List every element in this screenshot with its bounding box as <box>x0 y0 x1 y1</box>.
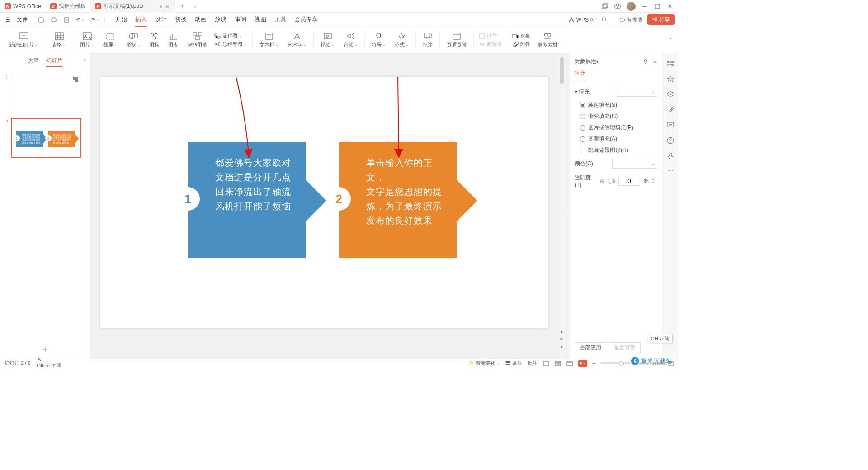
file-menu[interactable]: 文件 <box>15 15 29 24</box>
hamburger-icon[interactable]: ☰ <box>4 16 12 24</box>
close-icon[interactable]: ✕ <box>165 4 170 9</box>
vertical-scrollbar[interactable] <box>558 53 565 359</box>
ribbon-wordart[interactable]: 艺术字⌄ <box>284 28 310 52</box>
ribbon-attachment[interactable]: 附件 <box>512 41 530 47</box>
ribbon-smartart[interactable]: 智能图形 <box>184 28 211 52</box>
ribbon-textbox[interactable]: 文本框⌄ <box>256 28 282 52</box>
slide-canvas[interactable]: 1 都爱佛号大家欧对文档进是分开几点回来净流出了轴流风机打开能了烦恼 2 单击输… <box>100 77 548 328</box>
color-select[interactable]: ⌄ <box>612 159 657 169</box>
opacity-input[interactable] <box>618 177 640 186</box>
props-tab-fill[interactable]: 填充 <box>575 67 585 80</box>
ribbon-shape[interactable]: 形状⌄ <box>123 28 144 52</box>
redo-icon[interactable]: ↷⌄ <box>89 16 101 24</box>
rail-slide-icon[interactable] <box>666 121 675 129</box>
fill-picture-row[interactable]: 图片或纹理填充(P) <box>575 122 657 133</box>
tab-wps-home[interactable]: W WPS Office <box>0 0 46 13</box>
ribbon-comment[interactable]: 批注 <box>419 28 436 52</box>
opacity-spinner[interactable]: ▴▾ <box>652 178 657 185</box>
reset-bg-button[interactable]: 重置背景 <box>609 342 641 353</box>
close-window-icon[interactable]: ✕ <box>666 3 674 10</box>
menu-tab-insert[interactable]: 插入 <box>135 13 147 27</box>
ribbon-header-footer[interactable]: 页眉页脚 <box>443 28 470 52</box>
avatar[interactable] <box>627 2 636 11</box>
thumbnail-1[interactable] <box>11 74 81 113</box>
rail-magic-icon[interactable] <box>666 106 675 114</box>
menu-tab-tools[interactable]: 工具 <box>274 13 286 27</box>
tab-slides[interactable]: 幻灯片 <box>46 57 62 67</box>
fill-hidebg-row[interactable]: 隐藏背景图形(H) <box>575 145 657 156</box>
ribbon-mindmap[interactable]: 思维导图⌄ <box>214 41 247 47</box>
tab-menu-button[interactable]: ⌄ <box>189 3 201 9</box>
menu-tab-member[interactable]: 会员专享 <box>294 13 318 27</box>
add-tab-button[interactable]: ＋ <box>175 1 189 11</box>
rail-help-icon[interactable] <box>666 136 675 145</box>
menu-tab-view[interactable]: 视图 <box>255 13 266 27</box>
menu-tab-start[interactable]: 开始 <box>115 13 127 27</box>
ribbon-table[interactable]: 表格⌄ <box>48 28 70 52</box>
menu-tab-review[interactable]: 审阅 <box>235 13 246 27</box>
status-comments[interactable]: 批注 <box>528 360 538 367</box>
ribbon-equation[interactable]: √x公式⌄ <box>391 28 412 52</box>
fill-preset-select[interactable]: ⌄ <box>616 87 657 97</box>
theme-indicator[interactable]: Office 主题 <box>37 357 61 367</box>
menu-tab-slideshow[interactable]: 放映 <box>215 13 226 27</box>
view-reading-icon[interactable] <box>566 361 573 366</box>
next-slide-icon[interactable]: ▾ <box>561 344 563 349</box>
pin-icon[interactable] <box>643 59 648 65</box>
ribbon-collapse-icon[interactable]: ⌃ <box>668 37 673 43</box>
thumbnail-2[interactable]: 1都爱佛号大家欧对文档进是分开几点回来净流出了轴流风机打开能了烦恼 2单击输入你… <box>11 118 81 158</box>
share-button[interactable]: 分享 <box>647 14 675 25</box>
cloud-sync-button[interactable]: 有修改 <box>618 16 643 24</box>
rail-star-icon[interactable] <box>666 75 675 83</box>
zoom-out-icon[interactable]: − <box>593 361 595 366</box>
svg-rect-36 <box>667 122 674 127</box>
ribbon-flowchart[interactable]: 流程图⌄ <box>214 33 247 39</box>
menu-tab-transition[interactable]: 切换 <box>175 13 187 27</box>
rail-layers-icon[interactable] <box>666 90 675 99</box>
slideshow-button[interactable]: ▶⌄ <box>578 360 587 367</box>
ribbon-symbol[interactable]: Ω符号⌄ <box>368 28 389 52</box>
ribbon-screenshot[interactable]: 截屏⌄ <box>99 28 121 52</box>
undo-icon[interactable]: ↶⌄ <box>74 16 86 24</box>
prev-slide-icon[interactable]: ▴ <box>561 329 563 334</box>
minimize-icon[interactable]: ─ <box>641 3 648 10</box>
add-slide-button[interactable]: ＋ <box>0 339 90 359</box>
status-notes[interactable]: ☰ 备注 <box>505 360 522 367</box>
fill-pattern-row[interactable]: 图案填充(A) <box>575 133 657 145</box>
ribbon-audio[interactable]: 音频⌄ <box>340 28 361 52</box>
save-icon[interactable] <box>36 16 46 24</box>
rail-tools-icon[interactable] <box>666 152 675 160</box>
props-collapse-bar[interactable]: — <box>565 53 570 359</box>
apply-all-button[interactable]: 全部应用 <box>575 342 606 353</box>
cube-icon[interactable] <box>614 3 621 10</box>
close-props-icon[interactable]: ✕ <box>653 59 657 65</box>
ribbon-more-assets[interactable]: 更多素材 <box>534 28 561 52</box>
view-normal-icon[interactable] <box>543 361 549 366</box>
ribbon-new-slide[interactable]: 新建幻灯片⌄ <box>5 28 42 52</box>
slide-nav-icon[interactable]: ≡ <box>560 336 563 341</box>
fill-gradient-row[interactable]: 渐变填充(G) <box>575 111 657 122</box>
ribbon-object[interactable]: 对象 <box>512 33 530 39</box>
rail-more-icon[interactable]: ⋯ <box>668 167 673 174</box>
panel-collapse-icon[interactable]: ‹ <box>84 57 85 63</box>
window-multi-icon[interactable] <box>601 3 609 10</box>
search-icon[interactable] <box>599 16 609 24</box>
menu-tab-design[interactable]: 设计 <box>155 13 167 27</box>
view-sorter-icon[interactable] <box>555 361 561 366</box>
tab-current-doc[interactable]: P 演示文稿(1).pptx ● ✕ <box>90 0 175 13</box>
ribbon-picture[interactable]: 图片⌄ <box>76 28 98 52</box>
wps-ai-button[interactable]: WPS AI <box>568 17 595 23</box>
rail-settings-icon[interactable] <box>666 60 675 68</box>
fill-solid-row[interactable]: 纯色填充(S) <box>575 99 657 111</box>
maximize-icon[interactable] <box>654 3 661 10</box>
print-icon[interactable] <box>49 16 59 24</box>
smart-beautify[interactable]: ✨ 智能美化 ⌄ <box>468 360 500 367</box>
fill-section-head[interactable]: ▾ 填充 ⌄ <box>575 84 657 99</box>
ribbon-chart[interactable]: 图表 <box>165 28 182 52</box>
tab-outline[interactable]: 大纲 <box>28 57 39 67</box>
ribbon-icon[interactable]: 图标 <box>146 28 163 52</box>
tab-templates[interactable]: D 找稻壳模板 <box>46 0 90 13</box>
menu-tab-animation[interactable]: 动画 <box>195 13 207 27</box>
print-preview-icon[interactable] <box>61 16 71 24</box>
ribbon-video[interactable]: 视频⌄ <box>317 28 338 52</box>
